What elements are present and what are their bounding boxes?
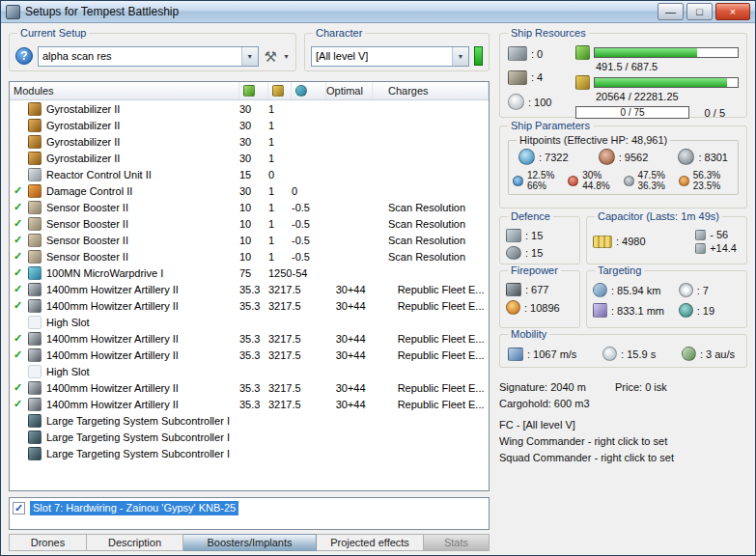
module-row[interactable]: ✓ 1400mm Howitzer Artillery II 35.3 3217…: [10, 379, 489, 396]
modules-column-header: Modules: [10, 82, 239, 99]
module-row[interactable]: ✓ 1400mm Howitzer Artillery II 35.3 3217…: [10, 281, 489, 297]
bottom-tab[interactable]: Drones: [9, 534, 87, 551]
bottom-tab[interactable]: Description: [87, 534, 183, 551]
module-name: Sensor Booster II: [46, 202, 128, 213]
capacitor-group: Capacitor (Lasts: 1m 49s) : 4980 - 56 +1…: [586, 216, 747, 264]
module-row[interactable]: Large Targeting System Subcontroller I: [10, 445, 489, 461]
max-targets-icon: [679, 283, 693, 297]
targeting-range-icon: [593, 283, 607, 297]
minimize-button[interactable]: —: [658, 3, 684, 20]
module-icon: [28, 201, 42, 214]
module-icon: [28, 414, 42, 428]
module-row[interactable]: Large Targeting System Subcontroller I: [10, 412, 489, 429]
help-icon[interactable]: ?: [15, 47, 33, 65]
module-row[interactable]: ✓ 1400mm Howitzer Artillery II 35.3 3217…: [10, 297, 489, 314]
module-cap-value: -0.5: [292, 202, 326, 213]
module-cpu-value: 35.3: [239, 349, 268, 361]
maximize-button[interactable]: □: [686, 3, 713, 20]
module-charges-value: Scan Resolution: [373, 218, 489, 230]
module-cap-value: -54: [292, 267, 326, 279]
fc-text: FC - [All level V]: [499, 417, 747, 433]
close-button[interactable]: ×: [715, 3, 750, 20]
module-name: High Slot: [46, 366, 90, 377]
module-icon: [28, 365, 42, 378]
defence-value-2: : 15: [525, 247, 543, 259]
module-name: Sensor Booster II: [46, 218, 128, 230]
bottom-tab[interactable]: Boosters/Implants: [183, 534, 317, 551]
implant-checkbox[interactable]: ✓: [13, 502, 25, 514]
ship-resources-group: Ship Resources : 0 : 4 : 100 491.5 / 687…: [499, 33, 747, 118]
dps-value: : 677: [525, 284, 548, 295]
module-name: Large Targeting System Subcontroller I: [46, 415, 230, 427]
window-titlebar[interactable]: Setups for Tempest Battleship — □ ×: [1, 1, 755, 23]
module-optimal-value: 30+44: [336, 333, 382, 345]
module-row[interactable]: ✓ 1400mm Howitzer Artillery II 35.3 3217…: [10, 330, 489, 347]
module-cpu-value: 35.3: [239, 284, 268, 295]
armor-resist-value: 36.3%: [638, 181, 665, 191]
cpu-column-header: [239, 82, 268, 99]
cap-recharge-icon: [695, 243, 706, 254]
damage-type-icon: [513, 176, 523, 186]
module-icon: [28, 283, 42, 296]
bottom-tab[interactable]: Projected effects: [317, 534, 424, 551]
module-row[interactable]: ✓ 1400mm Howitzer Artillery II 35.3 3217…: [10, 347, 489, 363]
module-row[interactable]: ✓ 100MN MicroWarpdrive I 75 1250 -54: [10, 264, 489, 281]
module-row[interactable]: ✓ Damage Control II 30 1 0: [10, 182, 489, 199]
bottom-tab[interactable]: Stats: [424, 534, 490, 551]
implant-selected-text[interactable]: Slot 7: Hardwiring - Zainou 'Gypsy' KNB-…: [30, 501, 238, 515]
module-row[interactable]: ✓ Sensor Booster II 10 1 -0.5 Scan Resol…: [10, 199, 489, 215]
chevron-down-icon[interactable]: ▼: [241, 47, 258, 66]
armor-repair-icon: [506, 246, 521, 260]
resist-item: 12.5% 66%: [513, 170, 568, 191]
squad-commander-text[interactable]: Squad Commander - right click to set: [499, 450, 747, 466]
module-row[interactable]: ✓ Sensor Booster II 10 1 -0.5 Scan Resol…: [10, 232, 489, 248]
targeting-group: Targeting : 85.94 km : 7 : 833.1 mm : 19: [586, 270, 747, 328]
implant-row[interactable]: ✓ Slot 7: Hardwiring - Zainou 'Gypsy' KN…: [13, 500, 486, 515]
module-row[interactable]: High Slot: [10, 314, 489, 330]
ship-parameters-title: Ship Parameters: [508, 120, 593, 131]
module-row[interactable]: ✓ Sensor Booster II 10 1 -0.5 Scan Resol…: [10, 248, 489, 264]
module-row[interactable]: Reactor Control Unit II 15 0: [10, 166, 489, 182]
module-row[interactable]: Gyrostabilizer II 30 1: [10, 100, 489, 117]
modules-table-body: Gyrostabilizer II 30 1: [10, 100, 489, 490]
targeting-title: Targeting: [595, 264, 644, 276]
structure-hp-value: : 8301: [698, 152, 728, 163]
shield-resist-value: 30%: [582, 170, 609, 181]
module-row[interactable]: Large Targeting System Subcontroller I: [10, 429, 489, 445]
tools-menu-chevron-icon[interactable]: ▼: [283, 53, 290, 60]
chevron-down-icon[interactable]: ▼: [452, 47, 468, 66]
cap-recharge-value: +14.4: [710, 242, 737, 254]
module-row[interactable]: Gyrostabilizer II 30 1: [10, 133, 489, 150]
scan-resolution-value: : 833.1 mm: [611, 305, 664, 317]
module-icon: [28, 381, 42, 395]
module-powergrid-value: 1: [268, 136, 292, 148]
wing-commander-text[interactable]: Wing Commander - right click to set: [499, 433, 747, 450]
module-row[interactable]: ✓ 1400mm Howitzer Artillery II 35.3 3217…: [10, 396, 489, 412]
setup-select[interactable]: alpha scan res ▼: [38, 46, 259, 67]
module-row[interactable]: ✓ Sensor Booster II 10 1 -0.5 Scan Resol…: [10, 215, 489, 232]
module-powergrid-value: 3217.5: [268, 300, 301, 312]
module-icon: [28, 348, 42, 362]
firepower-group: Firepower : 677 : 10896: [499, 270, 580, 328]
module-cap-value: -0.5: [292, 251, 326, 263]
module-charges-value: Republic Fleet E...: [382, 300, 489, 312]
module-icon: [28, 250, 42, 264]
module-cpu-value: 30: [239, 136, 268, 148]
powergrid-icon: [272, 85, 284, 97]
module-name: 1400mm Howitzer Artillery II: [46, 333, 179, 345]
ship-parameters-group: Ship Parameters Hitpoints (Effective HP:…: [499, 125, 747, 208]
launcher-hardpoints-value: : 4: [531, 71, 543, 83]
module-name: Large Targeting System Subcontroller I: [46, 448, 230, 459]
module-powergrid-value: 3217.5: [268, 284, 301, 295]
module-row[interactable]: High Slot: [10, 363, 489, 379]
character-select[interactable]: [All level V] ▼: [311, 46, 469, 67]
cap-drain-icon: [695, 230, 706, 240]
armor-resist-value: 66%: [527, 181, 554, 191]
capacitor-amount-value: : 4980: [616, 236, 646, 247]
module-cpu-value: 10: [239, 218, 268, 230]
turret-hardpoints-value: : 0: [531, 48, 543, 60]
cpu-usage-bar: [594, 47, 739, 58]
module-row[interactable]: Gyrostabilizer II 30 1: [10, 150, 489, 166]
tools-button[interactable]: ⚒: [264, 49, 278, 64]
module-row[interactable]: Gyrostabilizer II 30 1: [10, 117, 489, 133]
